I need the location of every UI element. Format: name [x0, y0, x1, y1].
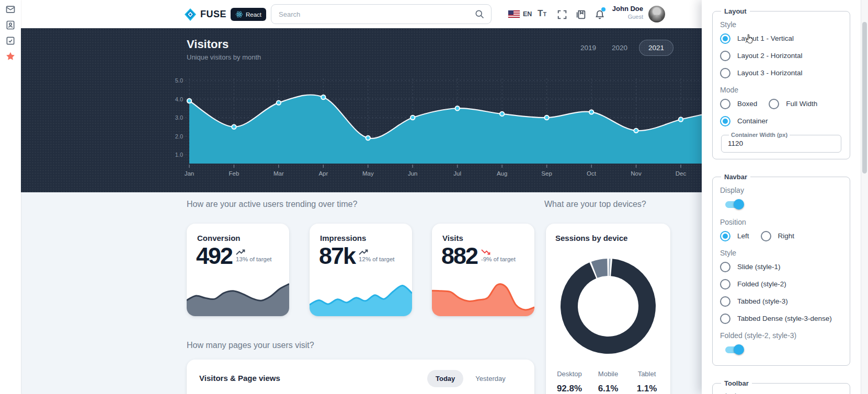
card-value: 492: [196, 244, 232, 268]
svg-text:Nov: Nov: [631, 170, 642, 177]
impressions-card[interactable]: Impressions 87k 12% of target: [310, 224, 412, 316]
radio-icon: [720, 116, 730, 126]
device-value: 6.1%: [589, 384, 627, 394]
user-name: John Doe: [559, 5, 643, 13]
fuse-logo-icon: [185, 8, 196, 21]
scrollbar-thumb[interactable]: [862, 22, 867, 173]
radio-mode-boxed[interactable]: Boxed: [720, 95, 757, 112]
radio-style-slide[interactable]: Slide (style-1): [720, 258, 842, 275]
search-input[interactable]: [278, 10, 474, 19]
card-title: Visits: [442, 234, 534, 242]
radio-icon: [720, 231, 730, 241]
device-label: Desktop: [550, 370, 589, 378]
section-header-devices: What are your top devices?: [544, 200, 646, 209]
radio-style-tabbed-dense[interactable]: Tabbed Dense (style-3-dense): [720, 310, 842, 327]
card-title: Visitors & Page views: [199, 374, 280, 383]
radio-icon: [720, 279, 730, 289]
card-target: -9% of target: [481, 256, 516, 263]
group-legend: Toolbar: [721, 379, 752, 387]
language-flag-icon[interactable]: [508, 10, 520, 18]
react-version-badge: React: [231, 8, 266, 21]
window-scrollbar[interactable]: [861, 0, 868, 394]
react-icon: [235, 10, 243, 18]
card-title: Sessions by device: [555, 234, 670, 242]
svg-text:Feb: Feb: [229, 170, 239, 177]
sessions-by-device-card[interactable]: Sessions by device Desktop Mobile Tablet…: [546, 224, 670, 394]
fuse-logo[interactable]: FUSE React: [185, 8, 266, 21]
radio-icon: [720, 314, 730, 324]
visitors-title: Visitors: [187, 38, 229, 51]
font-size-icon[interactable]: TT: [538, 8, 546, 19]
user-role: Guest: [559, 14, 643, 20]
tab-today[interactable]: Today: [427, 370, 463, 387]
card-title: Conversion: [197, 234, 289, 242]
radio-layout-3-horizontal[interactable]: Layout 3 - Horizontal: [720, 64, 842, 82]
svg-text:Aug: Aug: [497, 170, 507, 177]
search-icon[interactable]: [474, 9, 485, 19]
card-title: Impressions: [320, 234, 412, 242]
device-values: 92.8% 6.1% 1.1%: [550, 384, 666, 394]
navbar-folded-switch[interactable]: [722, 343, 745, 356]
page-views-card[interactable]: Visitors & Page views Today Yesterday: [187, 360, 534, 394]
radio-layout-2-horizontal[interactable]: Layout 2 - Horizontal: [720, 47, 842, 64]
radio-mode-container[interactable]: Container: [720, 112, 842, 130]
radio-layout-1-vertical[interactable]: Layout 1 - Vertical: [720, 30, 842, 47]
language-code[interactable]: EN: [523, 10, 532, 18]
trend-up-icon: [359, 249, 369, 256]
period-tabs: Today Yesterday: [427, 370, 511, 387]
device-value: 1.1%: [627, 384, 666, 394]
year-tab-2020[interactable]: 2020: [608, 40, 632, 56]
device-label: Mobile: [589, 370, 627, 378]
svg-text:Mar: Mar: [273, 170, 284, 177]
switch-thumb: [734, 344, 744, 355]
svg-text:3.0: 3.0: [175, 114, 183, 121]
section-header-trending: How are your active users trending over …: [187, 200, 357, 209]
fuse-dashboard-app: FUSE React EN TT: [0, 0, 868, 394]
year-tab-2019[interactable]: 2019: [576, 40, 600, 56]
radio-position-right[interactable]: Right: [761, 227, 795, 245]
tab-yesterday[interactable]: Yesterday: [470, 370, 510, 387]
logo-text: FUSE: [200, 9, 226, 20]
avatar[interactable]: [648, 6, 665, 22]
card-target: 13% of target: [236, 256, 271, 263]
svg-text:2.0: 2.0: [175, 133, 183, 140]
svg-text:Oct: Oct: [587, 170, 597, 177]
visitors-subtitle: Unique visitors by month: [187, 53, 261, 61]
contacts-icon[interactable]: [5, 20, 16, 30]
radio-style-tabbed[interactable]: Tabbed (style-3): [720, 293, 842, 310]
svg-text:Sep: Sep: [541, 170, 552, 177]
sessions-donut-chart: [554, 252, 662, 360]
svg-text:Jun: Jun: [408, 170, 418, 177]
visits-card[interactable]: Visits 882 -9% of target: [432, 224, 534, 316]
conversion-card[interactable]: Conversion 492 13% of target: [187, 224, 289, 316]
visits-sparkline: [432, 281, 534, 316]
device-label: Tablet: [627, 370, 666, 378]
radio-style-folded[interactable]: Folded (style-2): [720, 275, 842, 293]
navbar-settings-group: Navbar Display Position Left Right Style: [712, 173, 850, 366]
mail-icon[interactable]: [5, 4, 16, 15]
radio-position-left[interactable]: Left: [720, 227, 749, 245]
mode-label: Mode: [720, 86, 842, 94]
conversion-sparkline: [187, 281, 289, 316]
folded-label: Folded (style-2, style-3): [720, 331, 842, 340]
svg-text:May: May: [362, 170, 374, 177]
radio-mode-full-width[interactable]: Full Width: [769, 95, 817, 112]
svg-text:Apr: Apr: [318, 170, 328, 177]
tasks-icon[interactable]: [5, 36, 16, 46]
device-value: 92.8%: [550, 384, 589, 394]
year-tab-2021[interactable]: 2021: [639, 40, 673, 56]
trend-down-icon: [481, 249, 492, 256]
year-tabs: 2019 2020 2021: [576, 40, 673, 56]
container-width-value[interactable]: 1120: [728, 140, 835, 147]
radio-icon: [720, 33, 730, 44]
navbar-display-switch[interactable]: [722, 198, 745, 211]
container-width-field[interactable]: Container Width (px) 1120: [721, 132, 841, 153]
star-icon[interactable]: [5, 51, 16, 62]
user-menu[interactable]: John Doe Guest: [559, 5, 643, 20]
svg-text:4.0: 4.0: [175, 96, 183, 102]
section-header-pages: How many pages your users visit?: [187, 341, 314, 350]
radio-icon: [720, 262, 730, 272]
radio-icon: [720, 99, 730, 109]
display-label: Display: [720, 186, 842, 194]
radio-icon: [720, 296, 730, 307]
